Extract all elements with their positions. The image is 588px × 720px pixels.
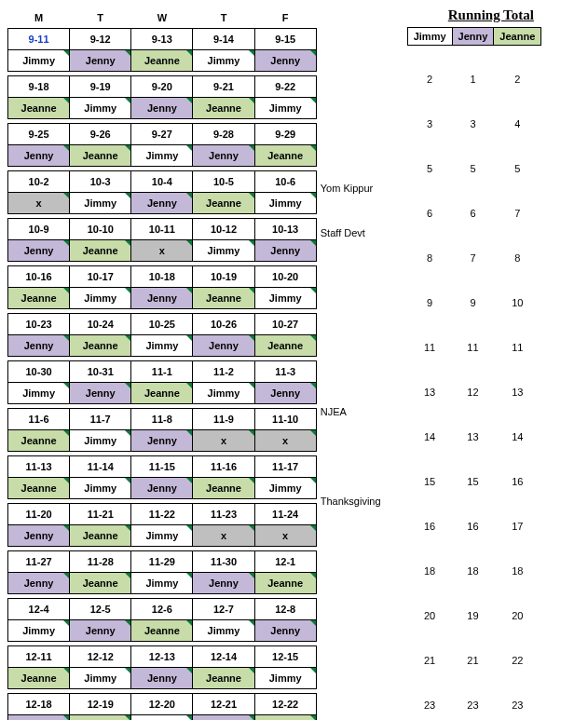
- date-cell[interactable]: 12-14: [193, 646, 254, 668]
- date-cell[interactable]: 10-27: [254, 314, 316, 335]
- date-cell[interactable]: 12-6: [131, 599, 193, 620]
- name-cell[interactable]: Jeanne: [8, 478, 70, 499]
- name-cell[interactable]: Jenny: [8, 145, 70, 167]
- name-cell[interactable]: x: [193, 525, 254, 547]
- name-cell[interactable]: Jeanne: [193, 193, 254, 214]
- date-cell[interactable]: 11-20: [8, 504, 70, 525]
- date-cell[interactable]: 10-13: [254, 219, 316, 240]
- name-cell[interactable]: Jenny: [8, 335, 70, 357]
- name-cell[interactable]: x: [8, 193, 70, 214]
- date-cell[interactable]: 10-17: [70, 266, 131, 288]
- name-cell[interactable]: Jeanne: [254, 145, 316, 167]
- date-cell[interactable]: 9-13: [131, 29, 193, 50]
- date-cell[interactable]: 9-25: [8, 124, 70, 145]
- date-cell[interactable]: 10-25: [131, 314, 193, 335]
- date-cell[interactable]: 10-4: [131, 171, 193, 193]
- date-cell[interactable]: 11-28: [70, 551, 131, 573]
- date-cell[interactable]: 10-16: [8, 266, 70, 288]
- date-cell[interactable]: 12-18: [8, 694, 70, 715]
- name-cell[interactable]: Jimmy: [254, 288, 316, 309]
- date-cell[interactable]: 12-1: [254, 551, 316, 573]
- date-cell[interactable]: 11-21: [70, 504, 131, 525]
- date-cell[interactable]: 12-15: [254, 646, 316, 668]
- name-cell[interactable]: x: [254, 430, 316, 452]
- name-cell[interactable]: Jeanne: [193, 668, 254, 689]
- date-cell[interactable]: 10-2: [8, 171, 70, 193]
- name-cell[interactable]: Jimmy: [8, 383, 70, 404]
- name-cell[interactable]: Jenny: [70, 620, 131, 642]
- date-cell[interactable]: 10-12: [193, 219, 254, 240]
- date-cell[interactable]: 11-10: [254, 409, 316, 430]
- date-cell[interactable]: 11-6: [8, 409, 70, 430]
- name-cell[interactable]: Jimmy: [70, 668, 131, 689]
- date-cell[interactable]: 11-22: [131, 504, 193, 525]
- name-cell[interactable]: Jenny: [131, 288, 193, 309]
- name-cell[interactable]: Jimmy: [193, 383, 254, 404]
- date-cell[interactable]: 10-9: [8, 219, 70, 240]
- name-cell[interactable]: Jimmy: [70, 288, 131, 309]
- name-cell[interactable]: Jeanne: [193, 98, 254, 119]
- date-cell[interactable]: 11-1: [131, 361, 193, 383]
- name-cell[interactable]: Jimmy: [8, 50, 70, 72]
- name-cell[interactable]: Jimmy: [70, 430, 131, 452]
- name-cell[interactable]: Jenny: [193, 573, 254, 594]
- name-cell[interactable]: Jeanne: [131, 620, 193, 642]
- date-cell[interactable]: 9-22: [254, 76, 316, 98]
- name-cell[interactable]: Jenny: [193, 145, 254, 167]
- name-cell[interactable]: x: [131, 240, 193, 262]
- date-cell[interactable]: 9-12: [70, 29, 131, 50]
- name-cell[interactable]: Jimmy: [131, 715, 193, 721]
- date-cell[interactable]: 10-23: [8, 314, 70, 335]
- date-cell[interactable]: 11-30: [193, 551, 254, 573]
- name-cell[interactable]: Jenny: [8, 573, 70, 594]
- date-cell[interactable]: 12-8: [254, 599, 316, 620]
- name-cell[interactable]: x: [254, 525, 316, 547]
- name-cell[interactable]: Jimmy: [254, 668, 316, 689]
- name-cell[interactable]: Jeanne: [254, 573, 316, 594]
- date-cell[interactable]: 10-26: [193, 314, 254, 335]
- date-cell[interactable]: 12-21: [193, 694, 254, 715]
- name-cell[interactable]: Jenny: [70, 50, 131, 72]
- date-cell[interactable]: 11-2: [193, 361, 254, 383]
- date-cell[interactable]: 9-15: [254, 29, 316, 50]
- date-cell[interactable]: 9-28: [193, 124, 254, 145]
- date-cell[interactable]: 11-13: [8, 456, 70, 478]
- date-cell[interactable]: 12-7: [193, 599, 254, 620]
- date-cell[interactable]: 11-24: [254, 504, 316, 525]
- date-cell[interactable]: 9-18: [8, 76, 70, 98]
- name-cell[interactable]: Jimmy: [254, 193, 316, 214]
- name-cell[interactable]: Jeanne: [254, 715, 316, 721]
- date-cell[interactable]: 11-27: [8, 551, 70, 573]
- name-cell[interactable]: Jenny: [131, 668, 193, 689]
- name-cell[interactable]: Jenny: [193, 335, 254, 357]
- date-cell[interactable]: 11-16: [193, 456, 254, 478]
- date-cell[interactable]: 12-22: [254, 694, 316, 715]
- date-cell[interactable]: 11-23: [193, 504, 254, 525]
- date-cell[interactable]: 9-21: [193, 76, 254, 98]
- date-cell[interactable]: 12-12: [70, 646, 131, 668]
- date-cell[interactable]: 9-14: [193, 29, 254, 50]
- name-cell[interactable]: Jenny: [254, 50, 316, 72]
- name-cell[interactable]: x: [193, 430, 254, 452]
- name-cell[interactable]: Jeanne: [70, 715, 131, 721]
- date-cell[interactable]: 10-18: [131, 266, 193, 288]
- name-cell[interactable]: Jimmy: [131, 573, 193, 594]
- name-cell[interactable]: Jimmy: [193, 240, 254, 262]
- date-cell[interactable]: 11-29: [131, 551, 193, 573]
- date-cell[interactable]: 10-19: [193, 266, 254, 288]
- name-cell[interactable]: Jimmy: [70, 98, 131, 119]
- name-cell[interactable]: Jenny: [8, 525, 70, 547]
- name-cell[interactable]: Jimmy: [70, 478, 131, 499]
- date-cell[interactable]: 10-10: [70, 219, 131, 240]
- date-cell[interactable]: 10-24: [70, 314, 131, 335]
- name-cell[interactable]: Jeanne: [70, 573, 131, 594]
- name-cell[interactable]: Jimmy: [70, 193, 131, 214]
- date-cell[interactable]: 11-7: [70, 409, 131, 430]
- name-cell[interactable]: Jeanne: [254, 335, 316, 357]
- date-cell[interactable]: 9-26: [70, 124, 131, 145]
- date-cell[interactable]: 9-11: [8, 29, 70, 50]
- name-cell[interactable]: Jimmy: [131, 335, 193, 357]
- date-cell[interactable]: 12-5: [70, 599, 131, 620]
- name-cell[interactable]: Jeanne: [70, 145, 131, 167]
- name-cell[interactable]: Jeanne: [193, 478, 254, 499]
